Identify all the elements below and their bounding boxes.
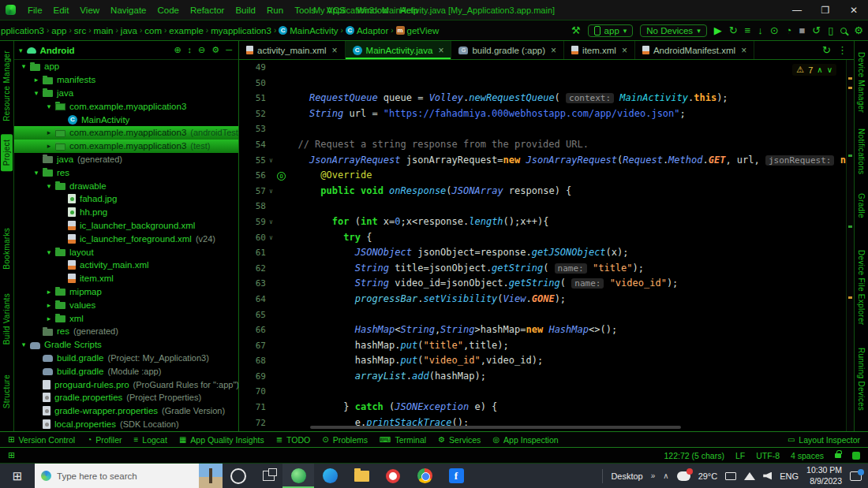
minimize-button[interactable]: —	[783, 0, 811, 20]
chevron-down-icon[interactable]: ▾	[32, 89, 41, 97]
tree-item-item-xml[interactable]: item.xml	[14, 272, 238, 285]
line-separator[interactable]: LF	[735, 451, 745, 460]
tree-item-java[interactable]: java(generated)	[14, 153, 238, 166]
tool-stripe-bookmarks[interactable]: Bookmarks	[2, 228, 11, 270]
taskbar-app-edge[interactable]	[314, 464, 346, 488]
menu-code[interactable]: Code	[152, 6, 185, 15]
tool-window-button-problems[interactable]: ⊙Problems	[322, 435, 368, 445]
menu-view[interactable]: View	[74, 6, 105, 15]
tree-item-com-example-myapplication3[interactable]: ▾com.example.myapplication3	[14, 99, 238, 113]
language-indicator[interactable]: ENG	[780, 471, 799, 481]
tree-item-proguard-rules-pro[interactable]: proguard-rules.pro(ProGuard Rules for ":…	[14, 378, 238, 391]
tree-item-gradle-scripts[interactable]: ▾Gradle Scripts	[14, 338, 238, 352]
locate-icon[interactable]: ⊕	[174, 45, 181, 55]
chevron-right-icon[interactable]: ▸	[44, 315, 54, 322]
tree-item-res[interactable]: ▾res	[14, 166, 238, 179]
tab-item-xml[interactable]: item.xml×	[564, 41, 635, 59]
tool-window-button-layout-inspector[interactable]: ▭Layout Inspector	[788, 435, 860, 445]
chevron-down-icon[interactable]: ▾	[44, 102, 54, 110]
tree-item-drawable[interactable]: ▾drawable	[14, 179, 238, 192]
device-selector[interactable]: No Devices ▾	[640, 24, 706, 37]
chevron-down-icon[interactable]: ▾	[19, 341, 28, 348]
tree-item-fahad-jpg[interactable]: fahad.jpg	[14, 192, 238, 206]
tool-stripe-gradle[interactable]: Gradle	[857, 193, 866, 218]
breadcrumb-item-com[interactable]: com	[144, 26, 163, 35]
chevron-right-icon[interactable]: ▸	[44, 301, 54, 309]
breadcrumb-item-pplication3[interactable]: pplication3	[0, 26, 45, 35]
code-editor[interactable]: 495051 RequestQueue queue = Volley.newRe…	[239, 60, 854, 431]
profiler-icon[interactable]: ◔	[786, 25, 792, 35]
tab-androidmanifest-xml[interactable]: AndroidManifest.xml×	[635, 41, 754, 59]
tab-mainactivity-java[interactable]: CMainActivity.java×	[346, 41, 452, 59]
search-icon[interactable]	[840, 28, 847, 34]
start-button[interactable]: ⊞	[0, 464, 35, 488]
breadcrumb-item-example[interactable]: example	[168, 26, 204, 35]
tab-activity-main-xml[interactable]: activity_main.xml×	[239, 41, 346, 59]
tree-item-manifests[interactable]: ▸manifests	[14, 73, 238, 87]
close-button[interactable]: ✕	[840, 0, 868, 20]
fold-marker-icon[interactable]: ∨	[266, 214, 276, 230]
status-grid-icon[interactable]: ⊞	[8, 450, 15, 460]
indent-setting[interactable]: 4 spaces	[791, 451, 824, 460]
close-icon[interactable]: ×	[332, 45, 338, 56]
sync-gradle-icon[interactable]: ↺	[812, 25, 821, 35]
chevron-right-icon[interactable]: »	[651, 471, 656, 480]
tree-item-build-gradle[interactable]: build.gradle(Project: My_Application3)	[14, 352, 238, 365]
tool-window-button-services[interactable]: ⚙Services	[438, 435, 481, 445]
menu-build[interactable]: Build	[230, 6, 261, 15]
prev-issue-icon[interactable]: ∧	[817, 65, 822, 74]
close-icon[interactable]: ×	[741, 45, 746, 56]
recent-files-icon[interactable]: ↻	[822, 44, 831, 56]
breadcrumb-item-src[interactable]: src	[73, 26, 87, 35]
build-hammer-icon[interactable]: ⚒	[571, 25, 581, 35]
project-view-selector[interactable]: Android	[40, 46, 75, 55]
next-issue-icon[interactable]: ∨	[827, 65, 832, 74]
volume-icon[interactable]	[763, 472, 772, 480]
collapse-all-icon[interactable]: ⊖	[198, 45, 205, 55]
tool-window-button-terminal[interactable]: ⌨Terminal	[380, 435, 426, 445]
taskbar-app-facebook[interactable]: f	[440, 464, 472, 488]
chevron-down-icon[interactable]: ▾	[44, 248, 54, 256]
close-icon[interactable]: ×	[438, 45, 443, 56]
breadcrumb-item-getview[interactable]: mgetView	[395, 26, 440, 35]
tree-item-hh-png[interactable]: hh.png	[14, 206, 238, 219]
tool-stripe-device-manager[interactable]: Device Manager	[857, 52, 866, 113]
tool-window-button-app-quality-insights[interactable]: ▦App Quality Insights	[179, 435, 264, 445]
search-highlight-image[interactable]	[199, 464, 223, 488]
tree-item-mipmap[interactable]: ▸mipmap	[14, 285, 238, 299]
tool-stripe-project[interactable]: Project	[1, 134, 13, 171]
chevron-right-icon[interactable]: ▸	[32, 76, 41, 84]
tree-item-gradle-properties[interactable]: gradle.properties(Project Properties)	[14, 391, 238, 404]
more-options-icon[interactable]: ⋮	[837, 44, 847, 56]
tree-item-java[interactable]: ▾java	[14, 87, 238, 100]
menu-edit[interactable]: Edit	[48, 6, 75, 15]
close-icon[interactable]: ×	[551, 45, 556, 56]
download-icon[interactable]: ↓	[758, 25, 763, 35]
tool-window-button-logcat[interactable]: ≡Logcat	[134, 435, 167, 445]
breadcrumb-item-app[interactable]: app	[51, 26, 67, 35]
close-icon[interactable]: ×	[622, 45, 627, 56]
tool-window-button-app-inspection[interactable]: ◎App Inspection	[492, 435, 558, 445]
weather-temp[interactable]: 29°C	[698, 471, 718, 481]
chevron-down-icon[interactable]: ▾	[32, 169, 41, 177]
override-marker-icon[interactable]: O	[276, 168, 286, 184]
tree-item-gradle-wrapper-properties[interactable]: gradle-wrapper.properties(Gradle Version…	[14, 404, 238, 418]
tree-item-com-example-myapplication3[interactable]: ▸com.example.myapplication3(androidTest)	[14, 126, 238, 140]
inspection-widget[interactable]: ⚠ 7 ∧ ∨	[792, 64, 836, 76]
tab-build-gradle-app[interactable]: Gbuild.gradle (:app)×	[451, 41, 564, 59]
taskbar-app-chrome[interactable]	[409, 464, 440, 488]
desktop-label[interactable]: Desktop	[611, 471, 642, 481]
notifications-icon[interactable]	[852, 452, 860, 460]
menu-refactor[interactable]: Refactor	[185, 6, 230, 15]
fold-marker-icon[interactable]: ∨	[266, 230, 276, 246]
tree-item-ic-launcher-background-xml[interactable]: ic_launcher_background.xml	[14, 219, 238, 233]
tree-item-values[interactable]: ▸values	[14, 298, 238, 311]
tool-stripe-running-devices[interactable]: Running Devices	[857, 348, 866, 411]
tree-item-ic-launcher-foreground-xml[interactable]: ic_launcher_foreground.xml(v24)	[14, 232, 238, 245]
tree-item-mainactivity[interactable]: CMainActivity	[14, 113, 238, 126]
tool-window-button-profiler[interactable]: ◔Profiler	[87, 435, 122, 445]
tool-stripe-structure[interactable]: Structure	[2, 374, 11, 408]
breadcrumb-item-mainactivity[interactable]: CMainActivity	[278, 26, 339, 35]
settings-gear-icon[interactable]: ⚙	[854, 25, 863, 35]
tree-item-com-example-myapplication3[interactable]: ▸com.example.myapplication3(test)	[14, 140, 238, 153]
